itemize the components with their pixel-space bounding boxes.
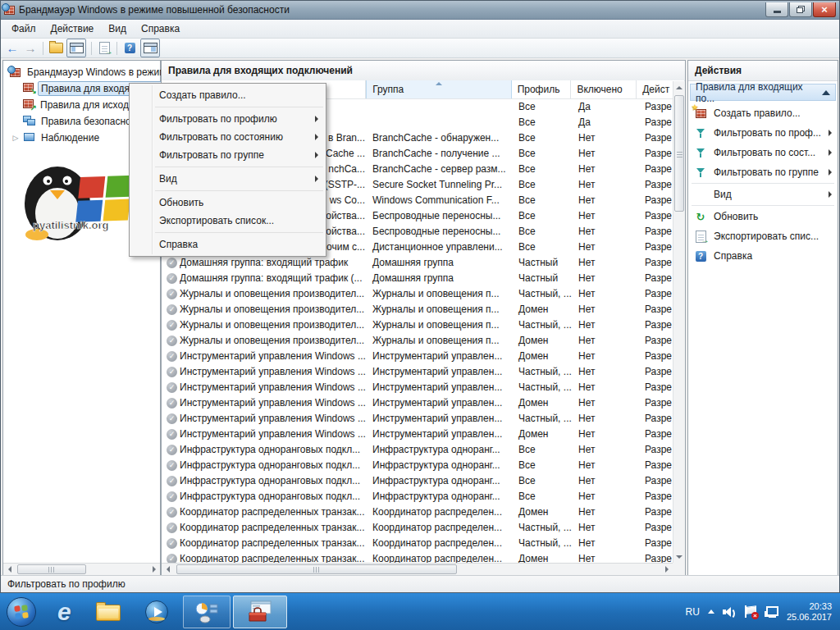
scrollbar-thumb[interactable]	[17, 564, 86, 574]
context-menu-item-help[interactable]: Справка	[130, 235, 326, 253]
context-menu-item-filter-profile[interactable]: Фильтровать по профилю	[130, 110, 326, 128]
context-menu-item-view[interactable]: Вид	[130, 170, 326, 188]
action-item-filter-profile[interactable]: Фильтровать по проф...	[688, 123, 838, 143]
action-item-view[interactable]: Вид	[688, 185, 838, 204]
rule-row[interactable]: ✓Координатор распределенных транзак...Ко…	[162, 535, 673, 550]
context-menu-item-filter-state[interactable]: Фильтровать по состоянию	[130, 128, 326, 146]
context-menu-item-export-list[interactable]: Экспортировать список...	[130, 212, 326, 230]
rule-group-cell: Secure Socket Tunneling Pr...	[367, 179, 513, 190]
expander-icon[interactable]: ▷	[11, 134, 20, 142]
column-header-profile[interactable]: Профиль	[512, 80, 572, 98]
rule-profile-cell: Частный, ...	[513, 381, 573, 393]
action-item-filter-group[interactable]: Фильтровать по группе	[688, 162, 838, 182]
rule-row[interactable]: ✓Журналы и оповещения производител...Жур…	[162, 285, 673, 301]
menu-item-label: Вид	[159, 173, 177, 185]
export-list-icon[interactable]: →	[97, 40, 112, 56]
menubar-item-1[interactable]: Действие	[43, 21, 102, 37]
menubar-item-3[interactable]: Справка	[134, 21, 187, 37]
context-menu-item-new-rule[interactable]: Создать правило...	[130, 86, 326, 104]
internet-explorer-icon[interactable]: e	[57, 600, 71, 624]
action-center-flag-icon[interactable]: ×	[744, 605, 756, 618]
rule-action-cell: Разре	[638, 132, 673, 144]
network-icon[interactable]	[765, 606, 778, 618]
actions-section-label: Правила для входящих по...	[696, 81, 822, 104]
minimize-button[interactable]	[765, 2, 788, 17]
action-item-refresh[interactable]: ↻Обновить	[688, 207, 838, 226]
help-icon[interactable]: ?	[122, 40, 137, 56]
rule-row[interactable]: ✓Домашняя группа: входящий трафик (...До…	[162, 270, 673, 285]
column-header-enabled[interactable]: Включено	[571, 80, 637, 98]
submenu-arrow-icon	[315, 152, 318, 158]
context-menu-item-refresh[interactable]: Обновить	[130, 194, 326, 212]
forward-icon[interactable]: →	[23, 40, 38, 56]
windows-flag-icon	[14, 605, 29, 619]
scroll-right-icon[interactable]	[660, 564, 673, 575]
rule-row[interactable]: ✓Инструментарий управления Windows ...Ин…	[162, 379, 673, 395]
app-icon	[4, 6, 15, 15]
rule-enabled-cell: Нет	[573, 444, 638, 455]
list-vertical-scrollbar[interactable]	[673, 81, 685, 563]
rule-status-icon: ✓	[162, 459, 180, 471]
rule-row[interactable]: ✓Координатор распределенных транзак...Ко…	[162, 519, 673, 535]
rule-row[interactable]: ✓Инструментарий управления Windows ...Ин…	[162, 426, 673, 441]
restore-button[interactable]	[789, 2, 812, 17]
start-button[interactable]	[7, 597, 36, 627]
show-hide-actions-icon[interactable]	[140, 39, 160, 57]
rule-row[interactable]: ✓Журналы и оповещения производител...Жур…	[162, 301, 673, 317]
rule-profile-cell: Частный, ...	[513, 522, 573, 533]
scroll-up-icon[interactable]	[673, 81, 685, 94]
scrollbar-thumb[interactable]	[674, 95, 684, 212]
rule-row[interactable]: ✓Инструментарий управления Windows ...Ин…	[162, 363, 673, 379]
action-item-export-list[interactable]: →Экспортировать спис...	[688, 226, 838, 246]
menubar-item-2[interactable]: Вид	[101, 21, 134, 37]
list-horizontal-scrollbar[interactable]	[162, 563, 673, 575]
scroll-left-icon[interactable]	[3, 564, 16, 575]
windows-explorer-icon[interactable]	[96, 603, 121, 621]
close-button[interactable]: ×	[813, 2, 836, 17]
rule-row[interactable]: ✓Инфраструктура одноранговых подкл...Инф…	[162, 472, 673, 488]
show-hide-tree-icon[interactable]	[66, 39, 86, 57]
rule-row[interactable]: ✓Журналы и оповещения производител...Жур…	[162, 317, 673, 332]
rule-row[interactable]: ✓Инфраструктура одноранговых подкл...Инф…	[162, 457, 673, 472]
menubar-item-0[interactable]: Файл	[4, 21, 43, 37]
context-menu-item-filter-group[interactable]: Фильтровать по группе	[130, 146, 326, 164]
tree-item-firewall-root[interactable]: Брандмауэр Windows в режим	[3, 64, 160, 80]
window-title: Брандмауэр Windows в режиме повышенной б…	[19, 4, 290, 16]
rule-row[interactable]: ✓Инструментарий управления Windows ...Ин…	[162, 410, 673, 426]
rule-row[interactable]: ✓Координатор распределенных транзак...Ко…	[162, 504, 673, 519]
scrollbar-thumb[interactable]	[176, 564, 457, 574]
rule-action-cell: Разре	[638, 537, 673, 549]
scroll-left-icon[interactable]	[162, 564, 174, 575]
rule-row[interactable]: ✓Журналы и оповещения производител...Жур…	[162, 332, 673, 348]
column-header-group[interactable]: Группа	[366, 80, 511, 98]
rule-group-cell: Инфраструктура одноранг...	[367, 444, 513, 455]
clock[interactable]: 20:33 25.06.2017	[787, 601, 832, 623]
hidden-icons-icon[interactable]	[708, 609, 714, 614]
rule-row[interactable]: ✓Координатор распределенных транзак...Ко…	[162, 550, 673, 563]
rule-row[interactable]: ✓Инструментарий управления Windows ...Ин…	[162, 395, 673, 410]
scroll-right-icon[interactable]	[148, 564, 160, 575]
rule-status-icon: ✓	[162, 412, 180, 424]
rule-row[interactable]: ✓Инфраструктура одноранговых подкл...Инф…	[162, 488, 673, 504]
rule-row[interactable]: ✓Инструментарий управления Windows ...Ин…	[162, 348, 673, 363]
action-item-new-rule[interactable]: ★Создать правило...	[688, 103, 838, 123]
rule-action-cell: Разре	[638, 163, 673, 175]
tree-horizontal-scrollbar[interactable]	[3, 563, 160, 575]
scroll-down-icon[interactable]	[673, 550, 685, 563]
media-player-icon[interactable]	[145, 600, 168, 623]
rule-profile-cell: Домен	[513, 428, 573, 440]
app-window: Брандмауэр Windows в режиме повышенной б…	[0, 0, 840, 593]
action-item-filter-state[interactable]: Фильтровать по сост...	[688, 143, 838, 162]
disabled-check-icon: ✓	[167, 304, 177, 315]
back-icon[interactable]: ←	[5, 40, 20, 56]
console-folder-icon[interactable]	[48, 40, 63, 56]
actions-section-header[interactable]: Правила для входящих по...	[690, 84, 836, 101]
firewall-icon	[10, 68, 21, 77]
admin-tools-taskbar-button[interactable]	[233, 596, 287, 628]
rule-profile-cell: Все	[513, 194, 573, 206]
action-item-help[interactable]: ?Справка	[688, 246, 838, 266]
control-panel-taskbar-button[interactable]	[183, 596, 231, 628]
rule-row[interactable]: ✓Инфраструктура одноранговых подкл...Инф…	[162, 441, 673, 457]
language-indicator[interactable]: RU	[686, 606, 700, 618]
volume-icon[interactable]	[723, 606, 736, 618]
